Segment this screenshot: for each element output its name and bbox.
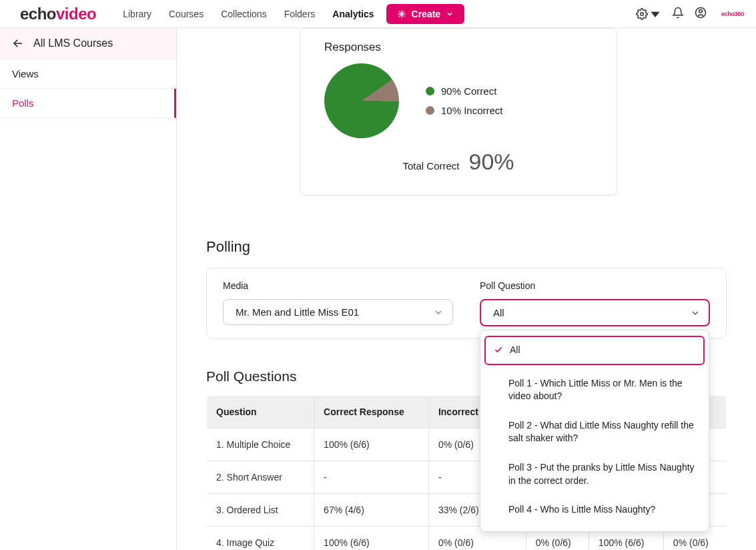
logo-part2: video: [56, 5, 96, 23]
primary-nav: Library Courses Collections Folders Anal…: [123, 9, 374, 19]
bell-icon: [672, 7, 684, 19]
responses-card: Responses 90% Correct 10% Incorrect Tota…: [300, 28, 617, 196]
media-value: Mr. Men and Little Miss E01: [236, 306, 359, 318]
polling-heading: Polling: [206, 238, 727, 256]
cell-question: 2. Short Answer: [207, 461, 314, 494]
mini-logo: echo360: [721, 11, 744, 17]
svg-marker-1: [651, 12, 659, 17]
sparkle-icon: [397, 9, 406, 19]
dropdown-item-poll3[interactable]: Poll 3 - Put the pranks by Little Miss N…: [480, 453, 709, 495]
account-button[interactable]: [695, 7, 707, 21]
dot-brown-icon: [426, 106, 434, 115]
dropdown-item-poll2[interactable]: Poll 2 - What did Little Miss Naughty re…: [480, 411, 709, 453]
sidebar-item-polls[interactable]: Polls: [0, 89, 176, 118]
sidebar-back-label: All LMS Courses: [33, 37, 113, 49]
logo-part1: echo: [20, 5, 56, 23]
main-content: Responses 90% Correct 10% Incorrect Tota…: [177, 28, 756, 550]
media-select[interactable]: Mr. Men and Little Miss E01: [223, 299, 453, 325]
th-question: Question: [207, 396, 314, 429]
svg-point-3: [699, 9, 703, 13]
poll-question-dropdown: All Poll 1 - Which Little Miss or Mr. Me…: [480, 330, 709, 532]
nav-library[interactable]: Library: [123, 9, 151, 19]
poll-question-select[interactable]: All All Poll 1 - Which Little Miss or Mr…: [480, 299, 710, 326]
arrow-left-icon: [12, 37, 24, 49]
cell-correct: 67% (4/6): [314, 494, 429, 527]
top-right-icons: echo360: [636, 7, 744, 21]
nav-analytics[interactable]: Analytics: [332, 9, 374, 19]
brand-logo[interactable]: echovideo: [20, 5, 96, 23]
legend-incorrect-label: 10% Incorrect: [441, 105, 503, 116]
legend-incorrect: 10% Incorrect: [426, 105, 503, 116]
dropdown-item-poll4[interactable]: Poll 4 - Who is Little Miss Naughty?: [480, 495, 709, 525]
cell-question: 3. Ordered List: [207, 494, 314, 527]
legend-correct: 90% Correct: [426, 85, 503, 97]
sidebar-back[interactable]: All LMS Courses: [0, 28, 176, 59]
create-button[interactable]: Create: [386, 4, 465, 24]
total-correct-pct: 90%: [468, 149, 514, 175]
dd-label: Poll 3 - Put the pranks by Little Miss N…: [508, 462, 695, 486]
svg-point-0: [641, 12, 644, 15]
total-correct-line: Total Correct 90%: [324, 149, 593, 175]
cell-question: 4. Image Quiz: [207, 527, 314, 551]
media-label: Media: [223, 280, 453, 291]
responses-pie-chart: [310, 49, 414, 153]
nav-courses[interactable]: Courses: [169, 9, 204, 19]
sidebar: All LMS Courses Views Polls: [0, 28, 177, 550]
create-label: Create: [412, 9, 441, 19]
cell-question: 1. Multiple Choice: [207, 429, 314, 461]
polling-filter-card: Media Mr. Men and Little Miss E01 Poll Q…: [206, 268, 727, 339]
notifications-button[interactable]: [672, 7, 684, 21]
sidebar-item-views[interactable]: Views: [0, 59, 176, 89]
cell-correct: 100% (6/6): [314, 527, 429, 551]
nav-folders[interactable]: Folders: [284, 9, 316, 19]
top-navbar: echovideo Library Courses Collections Fo…: [0, 0, 756, 28]
total-correct-label: Total Correct: [402, 160, 459, 172]
gear-icon: [636, 8, 648, 20]
gear-dropdown[interactable]: [636, 8, 661, 20]
chevron-down-icon: [446, 10, 454, 18]
check-icon: [494, 345, 503, 354]
cell-correct: -: [314, 461, 429, 494]
responses-legend: 90% Correct 10% Incorrect: [426, 85, 503, 116]
dd-label: Poll 1 - Which Little Miss or Mr. Men is…: [508, 378, 683, 402]
responses-title: Responses: [324, 41, 593, 54]
dropdown-item-all[interactable]: All: [484, 336, 705, 365]
poll-question-label: Poll Question: [480, 280, 710, 291]
caret-down-icon: [649, 8, 661, 20]
dot-green-icon: [426, 87, 434, 95]
user-circle-icon: [695, 7, 707, 19]
dd-label: Poll 2 - What did Little Miss Naughty re…: [508, 420, 694, 444]
legend-correct-label: 90% Correct: [441, 85, 496, 97]
poll-question-value: All: [493, 307, 504, 318]
dd-label: All: [510, 344, 520, 355]
dropdown-item-poll1[interactable]: Poll 1 - Which Little Miss or Mr. Men is…: [480, 369, 709, 411]
nav-collections[interactable]: Collections: [221, 9, 266, 19]
th-correct: Correct Response: [314, 396, 429, 429]
dd-label: Poll 4 - Who is Little Miss Naughty?: [508, 504, 655, 515]
cell-correct: 100% (6/6): [314, 429, 429, 461]
